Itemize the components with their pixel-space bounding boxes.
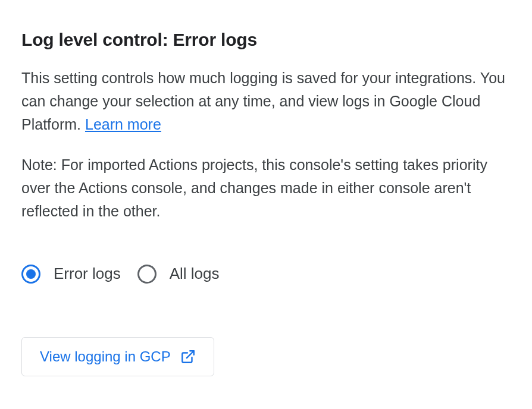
view-logging-gcp-button[interactable]: View logging in GCP (21, 337, 214, 376)
radio-icon (21, 265, 40, 284)
button-label: View logging in GCP (40, 348, 171, 365)
svg-line-0 (187, 351, 194, 358)
radio-option-all-logs[interactable]: All logs (137, 265, 220, 284)
note-paragraph: Note: For imported Actions projects, thi… (21, 153, 511, 222)
radio-label: Error logs (54, 265, 121, 283)
radio-label: All logs (170, 265, 220, 283)
radio-option-error-logs[interactable]: Error logs (21, 265, 121, 284)
open-external-icon (180, 349, 196, 364)
learn-more-link[interactable]: Learn more (85, 116, 161, 133)
radio-inner-dot (26, 269, 36, 279)
radio-icon (137, 265, 157, 284)
description-paragraph: This setting controls how much logging i… (21, 67, 511, 136)
log-level-radio-group: Error logs All logs (21, 265, 511, 284)
section-heading: Log level control: Error logs (21, 30, 511, 50)
